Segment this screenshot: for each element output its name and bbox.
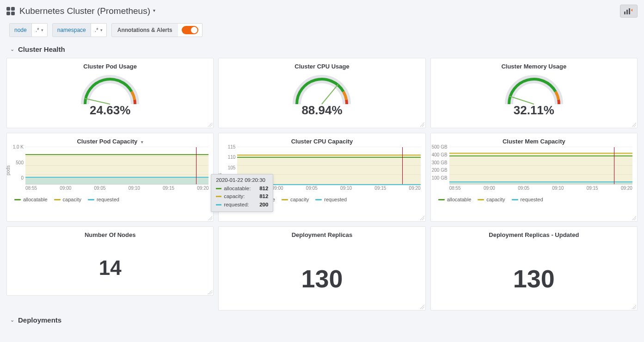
annotations-label: Annotations & Alerts <box>112 24 178 37</box>
page-header: Kubernetes Cluster (Prometheus) ▾ <box>0 0 644 21</box>
chart[interactable]: 1.0 K500008:5509:0009:0509:1009:1509:20 <box>25 147 209 193</box>
legend-item[interactable]: capacity <box>478 197 505 202</box>
svg-line-4 <box>322 84 338 104</box>
panel-title: Deployment Replicas - Updated <box>431 227 637 240</box>
chart-legend: allocatable capacity requested <box>7 193 213 205</box>
legend-item[interactable]: allocatable <box>438 197 472 202</box>
panel-deployment-replicas-updated[interactable]: Deployment Replicas - Updated 130 <box>430 226 638 311</box>
panel-grid: Cluster Pod Usage 24.63% Cluster CPU Usa… <box>0 55 644 313</box>
resize-handle-icon[interactable] <box>208 216 212 220</box>
gauge-value: 88.94% <box>301 103 342 118</box>
panel-title: Number Of Nodes <box>7 227 213 240</box>
chevron-down-icon: ⌄ <box>10 317 14 323</box>
stat-value: 14 <box>99 256 122 280</box>
resize-handle-icon[interactable] <box>632 122 636 127</box>
gauge-value: 32.11% <box>514 103 554 118</box>
section-deployments[interactable]: ⌄ Deployments <box>0 313 644 326</box>
resize-handle-icon[interactable] <box>208 290 212 294</box>
chart-legend: allocatable capacity requested <box>431 193 637 205</box>
chevron-down-icon: ▾ <box>41 28 43 32</box>
variable-node-label: node <box>10 24 32 37</box>
chevron-down-icon: ▾ <box>100 28 103 32</box>
cycle-view-button[interactable] <box>620 5 638 18</box>
legend-item[interactable]: requested <box>88 197 119 202</box>
chevron-down-icon[interactable]: ▾ <box>141 140 143 144</box>
chart-tooltip: 2020-01-22 09:20:30 allocatable: 812 cap… <box>211 174 273 212</box>
resize-handle-icon[interactable] <box>420 216 424 220</box>
section-cluster-health[interactable]: ⌄ Cluster Health <box>0 43 644 55</box>
panel-cluster-cpu-usage[interactable]: Cluster CPU Usage 88.94% <box>218 58 425 128</box>
svg-rect-0 <box>624 12 626 14</box>
resize-handle-icon[interactable] <box>208 122 212 127</box>
panel-cluster-mem-capacity[interactable]: Cluster Mem Capacity 500 GB400 GB300 GB2… <box>430 133 638 222</box>
variable-namespace-label: namespace <box>53 24 91 37</box>
panel-title: Deployment Replicas <box>219 227 425 240</box>
section-label: Cluster Health <box>18 45 65 53</box>
panel-number-of-nodes[interactable]: Number Of Nodes 14 <box>6 226 214 296</box>
resize-handle-icon[interactable] <box>420 122 424 127</box>
panel-cluster-memory-usage[interactable]: Cluster Memory Usage 32.11% <box>430 58 638 128</box>
section-label: Deployments <box>18 316 61 324</box>
gauge-value: 24.63% <box>90 103 130 118</box>
dashboard-icon <box>6 7 15 15</box>
annotations-toggle[interactable] <box>182 26 198 34</box>
variable-namespace[interactable]: namespace .* ▾ <box>52 23 107 37</box>
legend-item[interactable]: allocatable <box>14 197 48 202</box>
panel-deployment-replicas[interactable]: Deployment Replicas 130 <box>218 226 425 311</box>
tooltip-row: capacity: 812 <box>216 193 268 200</box>
legend-item[interactable]: requested <box>512 197 543 202</box>
resize-handle-icon[interactable] <box>632 216 636 220</box>
panel-title: Cluster CPU Capacity <box>219 133 425 147</box>
tooltip-timestamp: 2020-01-22 09:20:30 <box>216 177 268 183</box>
page-title[interactable]: Kubernetes Cluster (Prometheus) <box>19 6 150 16</box>
tooltip-row: requested: 200 <box>216 201 268 209</box>
legend-item[interactable]: capacity <box>282 197 309 202</box>
chevron-down-icon: ⌄ <box>10 46 14 52</box>
panel-title: Cluster Pod Capacity ▾ <box>7 133 213 147</box>
annotations-toggle-group: Annotations & Alerts <box>111 23 202 37</box>
panel-title: Cluster Memory Usage <box>431 58 637 72</box>
panel-title: Cluster Mem Capacity <box>431 133 637 147</box>
stat-value: 130 <box>513 264 555 293</box>
variable-node-value[interactable]: .* ▾ <box>32 24 47 37</box>
resize-handle-icon[interactable] <box>420 305 424 309</box>
legend-item[interactable]: capacity <box>54 197 81 202</box>
tooltip-row: allocatable: 812 <box>216 185 268 193</box>
chart[interactable]: 500 GB400 GB300 GB200 GB100 GB08:5509:00… <box>449 147 632 193</box>
legend-item[interactable]: requested <box>315 197 347 202</box>
variable-namespace-value[interactable]: .* ▾ <box>91 24 106 37</box>
svg-rect-1 <box>626 10 628 14</box>
variable-toolbar: node .* ▾ namespace .* ▾ Annotations & A… <box>0 21 644 43</box>
panel-title: Cluster CPU Usage <box>219 58 425 72</box>
stat-value: 130 <box>301 264 343 293</box>
panel-cluster-pod-usage[interactable]: Cluster Pod Usage 24.63% <box>6 58 214 128</box>
resize-handle-icon[interactable] <box>632 305 636 309</box>
variable-node[interactable]: node .* ▾ <box>9 23 48 37</box>
panel-title: Cluster Pod Usage <box>7 58 213 72</box>
chevron-down-icon[interactable]: ▾ <box>153 8 155 13</box>
panel-cluster-pod-capacity[interactable]: Cluster Pod Capacity ▾ pods 1.0 K500008:… <box>6 133 214 222</box>
svg-rect-2 <box>629 8 630 14</box>
